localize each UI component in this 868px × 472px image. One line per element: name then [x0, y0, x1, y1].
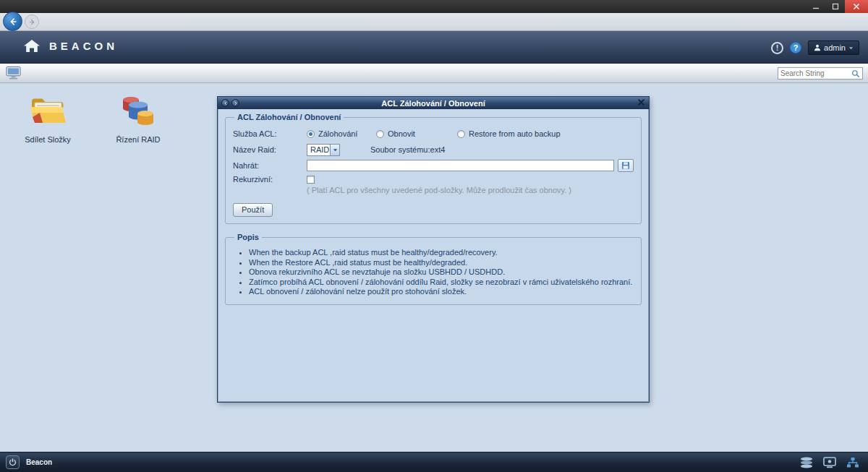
raid-select-value: RAID: [310, 145, 329, 154]
radio-option-restore[interactable]: Obnovit: [376, 129, 457, 138]
network-icon[interactable]: [846, 457, 859, 468]
notifications-icon[interactable]: !: [771, 42, 783, 54]
description-section: Popis When the backup ACL ,raid status m…: [225, 233, 642, 305]
description-title: Popis: [234, 233, 262, 241]
forward-arrow-icon: [28, 18, 36, 26]
desktop: Sdílet Složky Řízení RAID: [0, 83, 868, 452]
shared-folder-icon: [28, 93, 67, 132]
statusbar-icons: [800, 457, 859, 468]
radio-restore[interactable]: [376, 130, 384, 138]
dialog-body: ACL Zálohování / Obnovení Služba ACL: Zá…: [218, 109, 649, 402]
window-minimize-button[interactable]: [806, 0, 825, 13]
recursive-label: Rekurzivní:: [233, 175, 307, 184]
description-item: When the Restore ACL ,raid status must b…: [249, 258, 634, 267]
acl-service-row: Služba ACL: Zálohování Obnovit Restore f…: [233, 126, 634, 142]
statusbar-app-name: Beacon: [26, 458, 52, 466]
power-icon: [9, 458, 17, 466]
apply-button[interactable]: Použít: [233, 203, 273, 217]
power-button[interactable]: [6, 455, 20, 469]
brand: BEACON: [23, 39, 118, 53]
user-icon: [814, 44, 821, 51]
upload-path-input[interactable]: [307, 160, 614, 171]
screen: http://192.168.2.109/adm/index.php BEACO…: [0, 0, 868, 472]
description-item: Zatímco probíhá ACL obnovení / zálohován…: [249, 278, 634, 286]
raid-name-row: Název Raid: RAID Soubor systému:ext4: [233, 142, 634, 158]
storage-stack-icon[interactable]: [800, 457, 813, 468]
radio-auto-backup-label: Restore from auto backup: [469, 129, 561, 138]
upload-row: Nahrát:: [233, 158, 634, 173]
radio-backup-label: Zálohování: [318, 129, 357, 138]
close-icon: [853, 3, 860, 10]
search-input[interactable]: [780, 69, 851, 77]
acl-dialog: ACL Zálohování / Obnovení ACL Zálohování…: [217, 96, 650, 403]
desktop-icon-raid-management[interactable]: Řízení RAID: [102, 93, 174, 144]
window-maximize-button[interactable]: [825, 0, 845, 13]
user-menu[interactable]: admin: [808, 40, 859, 55]
acl-settings-section: ACL Zálohování / Obnovení Služba ACL: Zá…: [225, 113, 642, 224]
dialog-close-button[interactable]: [638, 99, 644, 106]
maximize-icon: [832, 3, 839, 10]
description-item: When the backup ACL ,raid status must be…: [249, 248, 634, 257]
beacon-home-logo-icon: [23, 39, 41, 53]
browser-back-button[interactable]: [3, 12, 22, 31]
window-close-button[interactable]: [845, 0, 868, 13]
acl-service-label: Služba ACL:: [233, 129, 307, 138]
recursive-checkbox[interactable]: [307, 176, 315, 184]
search-icon[interactable]: [851, 69, 860, 78]
radio-auto-backup[interactable]: [457, 130, 465, 138]
upload-label: Nahrát:: [233, 161, 307, 170]
recursive-row: Rekurzivní:: [233, 173, 634, 185]
window-titlebar: [0, 0, 868, 13]
header-actions: ! ? admin: [771, 40, 859, 55]
dialog-titlebar[interactable]: ACL Zálohování / Obnovení: [218, 97, 649, 109]
back-arrow-icon: [8, 17, 18, 27]
user-name: admin: [824, 43, 846, 52]
raid-select-caret-icon[interactable]: [330, 145, 339, 155]
radio-option-backup[interactable]: Zálohování: [307, 129, 376, 138]
radio-restore-label: Obnovit: [388, 129, 415, 138]
dialog-title: ACL Zálohování / Obnovení: [218, 99, 649, 108]
filesystem-label: Soubor systému:ext4: [370, 145, 445, 154]
section-title: ACL Zálohování / Obnovení: [234, 113, 344, 121]
desktop-icon-label: Sdílet Složky: [12, 135, 84, 144]
browser-chrome: [0, 13, 868, 31]
radio-option-auto-backup[interactable]: Restore from auto backup: [457, 129, 561, 138]
description-item: ACL obnovení / zálohování nelze použít p…: [249, 287, 634, 296]
dialog-nav-buttons: [221, 99, 239, 107]
browse-button[interactable]: [618, 159, 634, 172]
browse-disk-icon: [621, 161, 630, 170]
minimize-icon: [812, 3, 820, 10]
desktop-icon-label: Řízení RAID: [102, 135, 174, 144]
raid-name-label: Název Raid:: [233, 145, 307, 154]
radio-backup[interactable]: [307, 130, 315, 138]
show-desktop-icon[interactable]: [6, 66, 21, 83]
app-header: BEACON ! ? admin: [0, 31, 868, 64]
dialog-back-button[interactable]: [221, 99, 229, 107]
app-toolbar: [0, 64, 868, 83]
help-icon[interactable]: ?: [790, 42, 801, 53]
monitor-status-icon[interactable]: [823, 457, 836, 468]
desktop-icon-shared-folders[interactable]: Sdílet Složky: [12, 93, 84, 144]
recursive-hint: ( Platí ACL pro všechny uvedené pod-slož…: [307, 186, 634, 196]
user-menu-caret-icon: [848, 46, 854, 51]
browser-forward-button[interactable]: [25, 14, 39, 29]
dialog-forward-button[interactable]: [231, 99, 239, 107]
status-bar: Beacon: [0, 452, 868, 472]
search-box: [778, 67, 863, 80]
description-item: Obnova rekurzivního ACL se nevztahuje na…: [249, 267, 634, 276]
description-list: When the backup ACL ,raid status must be…: [249, 248, 634, 296]
raid-select[interactable]: RAID: [307, 144, 340, 156]
brand-title: BEACON: [49, 40, 118, 52]
raid-icon: [119, 93, 158, 132]
